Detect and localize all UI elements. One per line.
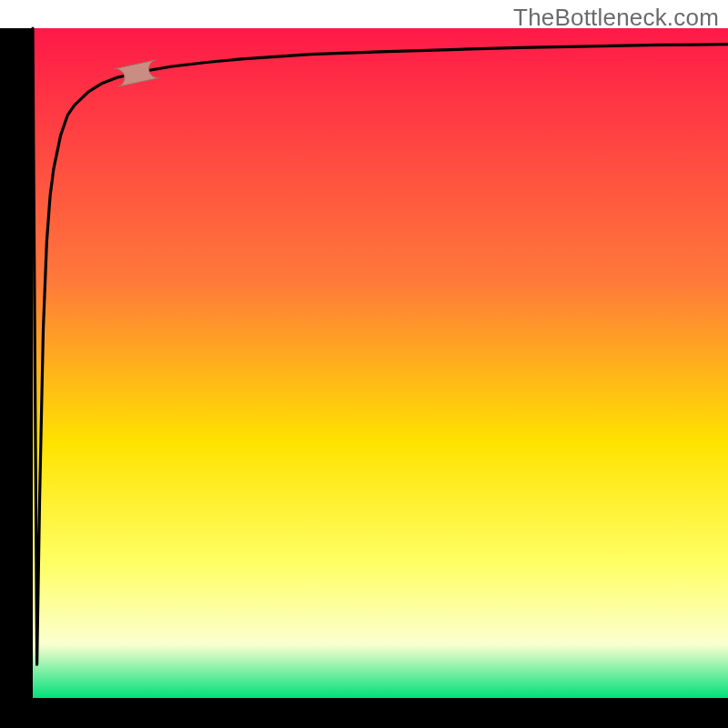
y-axis: [0, 28, 33, 698]
plot-background: [33, 28, 728, 698]
chart-stage: TheBottleneck.com: [0, 0, 728, 728]
chart-svg: [0, 0, 728, 728]
watermark-text: TheBottleneck.com: [513, 4, 719, 32]
x-axis: [0, 698, 728, 728]
